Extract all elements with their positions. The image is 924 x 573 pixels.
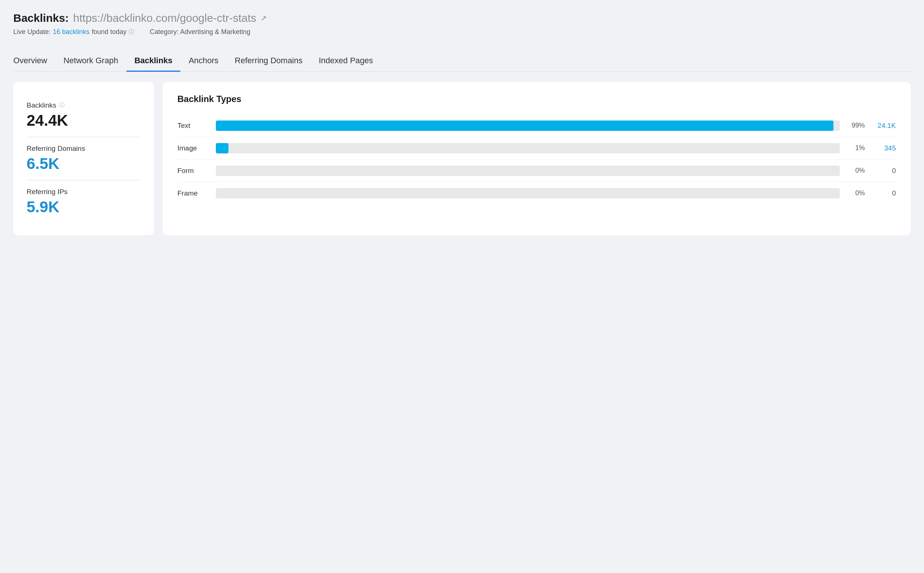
- tab-indexed-pages[interactable]: Indexed Pages: [311, 53, 381, 72]
- found-today-label: found today: [92, 28, 127, 36]
- backlink-types-table: Text 99% 24.1K Image 1% 345 Form: [177, 114, 896, 204]
- bt-row-form: Form 0% 0: [177, 160, 896, 182]
- bt-label-form: Form: [177, 167, 207, 175]
- bt-percent-image: 1%: [849, 144, 865, 152]
- live-update-label: Live Update:: [13, 28, 51, 36]
- backlinks-metric: Backlinks ⓘ 24.4K: [27, 94, 141, 137]
- backlinks-label-text: Backlinks: [27, 101, 56, 110]
- bt-count-form: 0: [874, 167, 896, 175]
- referring-ips-value: 5.9K: [27, 198, 141, 216]
- page-title-url[interactable]: https://backlinko.com/google-ctr-stats: [73, 12, 256, 24]
- referring-domains-metric: Referring Domains 6.5K: [27, 137, 141, 180]
- bt-label-frame: Frame: [177, 189, 207, 197]
- backlink-types-title: Backlink Types: [177, 94, 896, 104]
- backlinks-value: 24.4K: [27, 112, 141, 129]
- bt-percent-text: 99%: [849, 122, 865, 129]
- backlinks-info-icon[interactable]: ⓘ: [59, 102, 65, 109]
- bt-row-image: Image 1% 345: [177, 137, 896, 160]
- bt-bar-fill-text: [216, 121, 833, 131]
- subtitle-row: Live Update: 16 backlinks found today ⓘ …: [13, 28, 911, 36]
- backlink-types-card: Backlink Types Text 99% 24.1K Image 1% 3…: [163, 82, 911, 235]
- external-link-icon[interactable]: ↗: [261, 14, 267, 23]
- title-row: Backlinks: https://backlinko.com/google-…: [13, 12, 911, 24]
- metrics-card: Backlinks ⓘ 24.4K Referring Domains 6.5K…: [13, 82, 154, 235]
- bt-row-frame: Frame 0% 0: [177, 182, 896, 204]
- bt-bar-container-frame: [216, 188, 840, 199]
- bt-label-text: Text: [177, 122, 207, 130]
- bt-bar-container-text: [216, 121, 840, 131]
- bt-bar-container-form: [216, 166, 840, 176]
- live-update-info-icon[interactable]: ⓘ: [129, 28, 134, 36]
- referring-ips-label-text: Referring IPs: [27, 188, 68, 196]
- tab-backlinks[interactable]: Backlinks: [127, 53, 181, 72]
- bt-count-frame: 0: [874, 189, 896, 197]
- tab-anchors[interactable]: Anchors: [180, 53, 227, 72]
- bt-row-text: Text 99% 24.1K: [177, 114, 896, 137]
- backlinks-found-count[interactable]: 16 backlinks: [53, 28, 89, 36]
- category-label: Category: Advertising & Marketing: [150, 28, 250, 36]
- backlinks-label: Backlinks ⓘ: [27, 101, 141, 110]
- bt-label-image: Image: [177, 144, 207, 152]
- referring-domains-label: Referring Domains: [27, 144, 141, 153]
- bt-bar-fill-image: [216, 143, 228, 153]
- bt-bar-container-image: [216, 143, 840, 153]
- bt-percent-form: 0%: [849, 167, 865, 174]
- navigation-tabs: Overview Network Graph Backlinks Anchors…: [13, 53, 911, 72]
- bt-count-image[interactable]: 345: [874, 144, 896, 152]
- referring-domains-value: 6.5K: [27, 155, 141, 173]
- bt-percent-frame: 0%: [849, 189, 865, 197]
- referring-ips-label: Referring IPs: [27, 188, 141, 196]
- content-area: Backlinks ⓘ 24.4K Referring Domains 6.5K…: [13, 82, 911, 235]
- referring-domains-label-text: Referring Domains: [27, 144, 85, 153]
- tab-overview[interactable]: Overview: [13, 53, 55, 72]
- referring-ips-metric: Referring IPs 5.9K: [27, 180, 141, 223]
- header-section: Backlinks: https://backlinko.com/google-…: [13, 12, 911, 42]
- tab-referring-domains[interactable]: Referring Domains: [227, 53, 311, 72]
- tab-network-graph[interactable]: Network Graph: [55, 53, 127, 72]
- bt-count-text[interactable]: 24.1K: [874, 122, 896, 130]
- page-title-prefix: Backlinks:: [13, 12, 69, 24]
